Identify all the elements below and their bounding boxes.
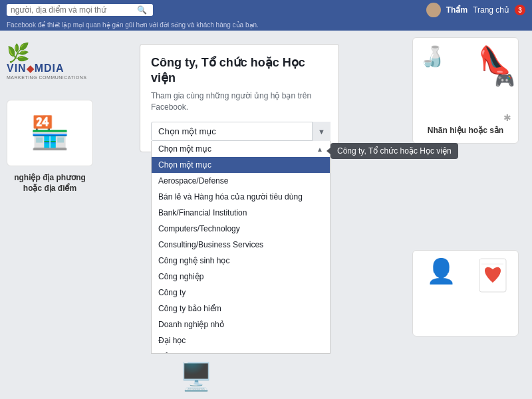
avatar xyxy=(426,3,441,17)
dropdown-item-7[interactable]: Công nghiệp xyxy=(152,269,330,285)
top-stripe: Facebook để thiết lập mọi quan hệ gần gũ… xyxy=(0,20,532,31)
dropdown-item-5[interactable]: Consulting/Business Services xyxy=(152,237,330,253)
center-panel: Công ty, Tổ chức hoặc Học viện Tham gia … xyxy=(126,31,406,399)
dropdown-item-12[interactable]: Đảng chính trị xyxy=(152,348,330,354)
home-link[interactable]: Trang chủ xyxy=(473,5,509,15)
logo-m: M xyxy=(35,63,44,74)
gamepad-icon: 🎮 xyxy=(495,71,515,90)
heart-card-icon xyxy=(478,257,508,296)
dropdown-item-8[interactable]: Công ty xyxy=(152,285,330,301)
svg-point-0 xyxy=(430,5,437,11)
search-icon[interactable]: 🔍 xyxy=(137,5,147,15)
right-card-brand[interactable]: 👠 🍶 🎮 ✱ Nhãn hiệu hoặc sản xyxy=(412,37,519,144)
tooltip: Công ty, Tổ chức hoặc Học viện xyxy=(331,143,458,159)
search-input[interactable] xyxy=(11,5,137,15)
username-label[interactable]: Thẩm xyxy=(446,5,467,15)
dropdown-item-11[interactable]: Đại học xyxy=(152,332,330,348)
dropdown-header-item[interactable]: Chọn một mục ▲ xyxy=(152,141,330,157)
dropdown-header-label: Chọn một mục xyxy=(158,144,211,154)
top-stripe-text: Facebook để thiết lập mọi quan hệ gần gũ… xyxy=(7,21,259,29)
modal-title: Công ty, Tổ chức hoặc Học viện xyxy=(151,55,328,86)
brand-label: Nhãn hiệu hoặc sản xyxy=(413,123,518,138)
bottom-computer-area: 🖥️ xyxy=(180,361,213,392)
person-icon: 👤 xyxy=(426,257,456,285)
logo-diamond-icon: ◆ xyxy=(27,63,35,74)
svg-point-1 xyxy=(428,12,440,17)
navbar: 🔍 Thẩm Trang chủ 3 xyxy=(0,0,532,20)
local-label: nghiệp địa phương hoặc địa điểm xyxy=(7,173,93,194)
dropdown-item-4[interactable]: Computers/Technology xyxy=(152,221,330,237)
select-arrow-icon[interactable]: ▼ xyxy=(312,122,331,141)
dropdown-item-0[interactable]: Chọn một mục xyxy=(152,157,330,173)
modal-box: Công ty, Tổ chức hoặc Học viện Tham gia … xyxy=(140,44,339,152)
dropdown-item-9[interactable]: Công ty bảo hiểm xyxy=(152,301,330,317)
notification-badge[interactable]: 3 xyxy=(515,5,525,15)
logo-leaf-icon: 🌿 xyxy=(7,44,30,63)
right-panel: 👠 🍶 🎮 ✱ Nhãn hiệu hoặc sản 👤 xyxy=(406,31,532,399)
select-container[interactable]: Chọn một mục ▼ Chọn một mục ▲ Chọn một m… xyxy=(151,122,331,141)
dropdown-item-2[interactable]: Bán lẻ và Hàng hóa của người tiêu dùng xyxy=(152,189,330,205)
search-bar[interactable]: 🔍 xyxy=(7,4,153,16)
up-arrow-icon: ▲ xyxy=(317,146,323,153)
tooltip-text: Công ty, Tổ chức hoặc Học viện xyxy=(337,146,452,156)
logo-vin: VIN xyxy=(7,63,27,74)
dropdown-item-1[interactable]: Aerospace/Defense xyxy=(152,173,330,189)
main-content: 🌿 VIN◆MDIA MARKETING COMMUNICATIONS 🏪 ng… xyxy=(0,31,532,399)
right-card-person[interactable]: 👤 xyxy=(412,250,519,336)
asterisk-icon: ✱ xyxy=(503,112,511,123)
modal-subtitle: Tham gia cùng những người ủng hộ bạn trê… xyxy=(151,90,328,113)
select-value: Chọn một mục xyxy=(158,126,216,136)
dropdown-item-10[interactable]: Doanh nghiệp nhỏ xyxy=(152,317,330,332)
bottle-icon: 🍶 xyxy=(420,45,444,68)
logo-area: 🌿 VIN◆MDIA MARKETING COMMUNICATIONS xyxy=(7,44,86,80)
left-panel: 🌿 VIN◆MDIA MARKETING COMMUNICATIONS 🏪 ng… xyxy=(0,31,126,399)
dropdown-item-6[interactable]: Công nghệ sinh học xyxy=(152,253,330,269)
store-card[interactable]: 🏪 xyxy=(7,100,93,166)
logo-edia: DIA xyxy=(44,63,65,74)
logo-subtitle: MARKETING COMMUNICATIONS xyxy=(7,75,86,80)
monitor-icon: 🖥️ xyxy=(180,361,213,392)
dropdown-item-3[interactable]: Bank/Financial Institution xyxy=(152,205,330,221)
navbar-right: Thẩm Trang chủ 3 xyxy=(426,3,525,17)
logo-text: VIN◆MDIA xyxy=(7,63,65,74)
dropdown-list[interactable]: Chọn một mục ▲ Chọn một mục Aerospace/De… xyxy=(151,141,331,354)
select-display[interactable]: Chọn một mục ▼ xyxy=(151,122,331,141)
store-icon: 🏪 xyxy=(30,117,70,149)
